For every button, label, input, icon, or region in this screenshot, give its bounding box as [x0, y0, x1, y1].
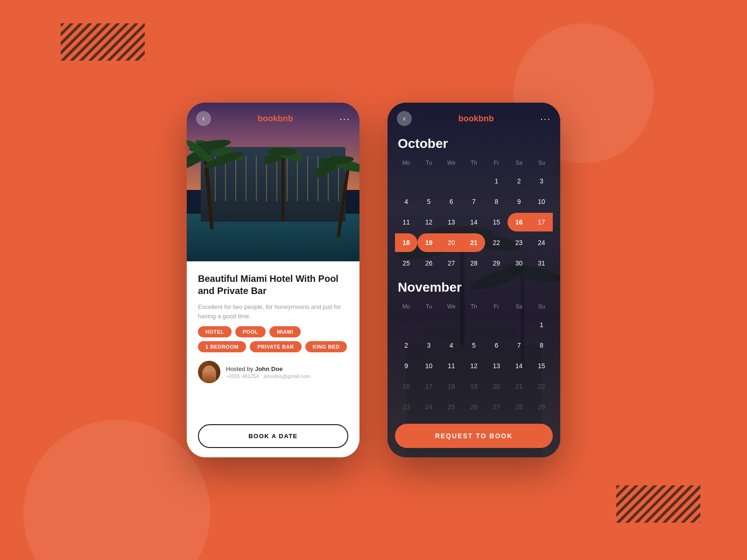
october-day-35[interactable]: 31: [530, 254, 553, 273]
october-day-5[interactable]: 1: [485, 172, 507, 190]
october-day-22[interactable]: 18: [395, 233, 417, 252]
cal-menu-button[interactable]: ···: [540, 113, 551, 124]
november-day-8[interactable]: 2: [395, 336, 417, 355]
november-days-grid: 1234567891011121314151617181920212223242…: [395, 315, 553, 416]
october-day-12[interactable]: 8: [485, 192, 507, 211]
november-day-7[interactable]: 1: [530, 315, 553, 334]
october-day-6[interactable]: 2: [507, 172, 530, 190]
book-date-button[interactable]: BOOK A DATE: [198, 424, 348, 448]
nov-weekday-th: Th: [463, 301, 485, 312]
october-day-33[interactable]: 29: [485, 254, 507, 273]
november-day-11[interactable]: 5: [463, 336, 485, 355]
october-day-28[interactable]: 24: [530, 233, 553, 252]
weekday-sa: Sa: [507, 158, 530, 168]
october-day-7[interactable]: 3: [530, 172, 553, 190]
november-day-19[interactable]: 13: [485, 357, 507, 375]
calendar-footer: REQUEST TO BOOK: [388, 418, 560, 457]
october-day-8[interactable]: 4: [395, 192, 417, 211]
host-info-row: Hosted by John Doe +0005 481254 johndoe@…: [198, 358, 348, 386]
november-day-15[interactable]: 9: [395, 357, 417, 375]
november-day-35[interactable]: 29: [530, 398, 553, 416]
nov-weekday-tu: Tu: [417, 301, 440, 312]
october-title: October: [395, 136, 553, 151]
october-day-20[interactable]: 16: [507, 213, 530, 231]
october-day-9[interactable]: 5: [417, 192, 440, 211]
october-weekdays: Mo Tu We Th Fr Sa Su: [395, 158, 553, 168]
logo-suffix: bnb: [278, 114, 293, 123]
november-day-18[interactable]: 12: [463, 357, 485, 375]
phones-container: ‹ bookbnb ···: [187, 103, 560, 457]
hotel-description: Excellent for two people, for honeymoons…: [198, 302, 348, 321]
weekday-mo: Mo: [395, 158, 417, 168]
october-day-30[interactable]: 26: [417, 254, 440, 273]
november-day-13[interactable]: 7: [507, 336, 530, 355]
weekday-th: Th: [463, 158, 485, 168]
october-day-10[interactable]: 6: [440, 192, 463, 211]
november-day-32[interactable]: 26: [463, 398, 485, 416]
november-day-25[interactable]: 19: [463, 377, 485, 396]
november-day-24[interactable]: 18: [440, 377, 463, 396]
november-day-34[interactable]: 28: [507, 398, 530, 416]
october-day-17[interactable]: 13: [440, 213, 463, 231]
october-day-27[interactable]: 23: [507, 233, 530, 252]
phone-calendar: ‹ bookbnb ··· October Mo Tu We Th Fr Sa …: [388, 103, 560, 457]
tag-private-bar: PRIVATE BAR: [250, 341, 301, 352]
tag-miami: MIAMI: [269, 326, 301, 337]
october-day-29[interactable]: 25: [395, 254, 417, 273]
bg-decoration-circle-1: [23, 420, 210, 560]
october-day-13[interactable]: 9: [507, 192, 530, 211]
november-day-22[interactable]: 16: [395, 377, 417, 396]
november-day-1: [395, 315, 417, 334]
november-day-31[interactable]: 25: [440, 398, 463, 416]
october-day-32[interactable]: 28: [463, 254, 485, 273]
november-day-16[interactable]: 10: [417, 357, 440, 375]
november-day-21[interactable]: 15: [530, 357, 553, 375]
november-day-12[interactable]: 6: [485, 336, 507, 355]
october-day-34[interactable]: 30: [507, 254, 530, 273]
palm-tree-center: [265, 138, 302, 222]
october-day-25[interactable]: 21: [463, 233, 485, 252]
october-day-11[interactable]: 7: [463, 192, 485, 211]
host-contact-info: +0005 481254 johndoe@gmail.com: [226, 373, 310, 379]
november-day-30[interactable]: 24: [417, 398, 440, 416]
november-day-23[interactable]: 17: [417, 377, 440, 396]
october-day-19[interactable]: 15: [485, 213, 507, 231]
october-day-21[interactable]: 17: [530, 213, 553, 231]
november-day-27[interactable]: 21: [507, 377, 530, 396]
october-day-24[interactable]: 20: [440, 233, 463, 252]
cal-logo: bookbnb: [458, 114, 494, 124]
phone1-back-button[interactable]: ‹: [196, 111, 211, 126]
october-day-16[interactable]: 12: [417, 213, 440, 231]
november-day-17[interactable]: 11: [440, 357, 463, 375]
october-day-18[interactable]: 14: [463, 213, 485, 231]
decorative-stripes-top: [61, 23, 145, 61]
host-avatar: [198, 361, 220, 383]
october-day-15[interactable]: 11: [395, 213, 417, 231]
calendar-header: ‹ bookbnb ···: [388, 103, 560, 132]
phone1-menu-button[interactable]: ···: [339, 113, 350, 124]
november-day-26[interactable]: 20: [485, 377, 507, 396]
svg-point-17: [268, 148, 297, 155]
weekday-tu: Tu: [417, 158, 440, 168]
november-day-28[interactable]: 22: [530, 377, 553, 396]
november-day-29[interactable]: 23: [395, 398, 417, 416]
november-day-33[interactable]: 27: [485, 398, 507, 416]
request-to-book-button[interactable]: REQUEST TO BOOK: [395, 424, 553, 448]
cal-back-button[interactable]: ‹: [397, 111, 412, 126]
october-day-23[interactable]: 19: [417, 233, 440, 252]
october-day-1: [395, 172, 417, 190]
host-details: Hosted by John Doe +0005 481254 johndoe@…: [226, 365, 310, 379]
october-days-grid: 1234567891011121314151617181920212223242…: [395, 172, 553, 273]
november-day-10[interactable]: 4: [440, 336, 463, 355]
november-day-20[interactable]: 14: [507, 357, 530, 375]
palm-tree-right: [315, 144, 359, 238]
october-day-31[interactable]: 27: [440, 254, 463, 273]
november-day-9[interactable]: 3: [417, 336, 440, 355]
october-section: October Mo Tu We Th Fr Sa Su 12345678910…: [395, 136, 553, 273]
weekday-fr: Fr: [485, 158, 507, 168]
november-day-4: [463, 315, 485, 334]
october-day-2: [417, 172, 440, 190]
november-day-14[interactable]: 8: [530, 336, 553, 355]
october-day-26[interactable]: 22: [485, 233, 507, 252]
october-day-14[interactable]: 10: [530, 192, 553, 211]
